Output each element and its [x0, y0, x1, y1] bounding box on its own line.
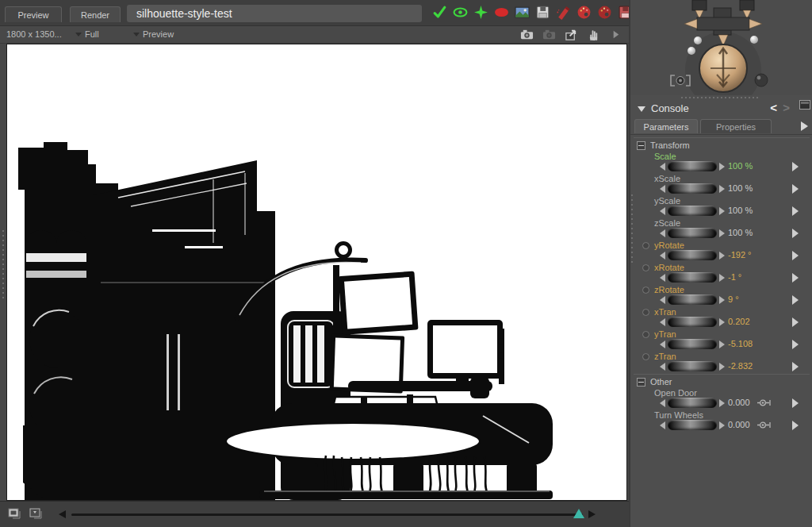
slider-increment-arrow[interactable]	[719, 163, 725, 171]
dial-indicator[interactable]	[642, 309, 649, 316]
slider-increment-arrow[interactable]	[719, 252, 725, 260]
add-star-icon[interactable]	[473, 5, 488, 20]
param-options-arrow[interactable]	[792, 251, 799, 260]
param-value[interactable]: 9 °	[728, 294, 739, 305]
param-options-arrow[interactable]	[792, 340, 799, 349]
slider-track[interactable]	[668, 272, 717, 283]
dial-indicator[interactable]	[642, 264, 649, 271]
param-value[interactable]: 100 %	[728, 161, 753, 171]
slider-decrement-arrow[interactable]	[660, 399, 665, 407]
tab-parameters[interactable]: Parameters	[634, 119, 698, 133]
nav-forward-arrow[interactable]: >	[783, 101, 790, 114]
slider-track[interactable]	[668, 161, 717, 171]
slider-track[interactable]	[668, 250, 717, 260]
param-options-arrow[interactable]	[792, 162, 799, 171]
timeline-right-arrow[interactable]	[588, 510, 596, 518]
slider-track[interactable]	[668, 317, 717, 327]
keyframe-icon[interactable]	[757, 421, 775, 429]
slider-decrement-arrow[interactable]	[660, 318, 665, 326]
param-options-arrow[interactable]	[792, 362, 799, 371]
slider-increment-arrow[interactable]	[719, 207, 725, 215]
confirm-check-icon[interactable]	[432, 5, 447, 20]
slider-track[interactable]	[668, 398, 717, 408]
param-options-arrow[interactable]	[792, 421, 799, 430]
tab-properties[interactable]: Properties	[700, 119, 772, 133]
slider-track[interactable]	[668, 183, 717, 194]
slider-increment-arrow[interactable]	[719, 274, 725, 282]
param-options-arrow[interactable]	[792, 317, 799, 327]
slider-decrement-arrow[interactable]	[660, 363, 665, 371]
dial-indicator[interactable]	[642, 331, 649, 338]
slider-increment-arrow[interactable]	[719, 399, 725, 407]
param-value[interactable]: -192 °	[728, 250, 751, 260]
visibility-eye-icon[interactable]	[453, 5, 468, 20]
slider-increment-arrow[interactable]	[719, 318, 725, 326]
dial-indicator[interactable]	[642, 242, 649, 249]
param-options-arrow[interactable]	[792, 273, 799, 283]
param-value[interactable]: 0.202	[728, 317, 750, 327]
timeline-track[interactable]	[71, 514, 583, 516]
param-options-arrow[interactable]	[792, 295, 799, 305]
camera-globe[interactable]	[699, 44, 747, 92]
param-options-arrow[interactable]	[792, 229, 799, 238]
tabs-overflow-arrow-icon[interactable]	[801, 121, 808, 131]
collapse-box-icon[interactable]	[637, 141, 645, 150]
slider-decrement-arrow[interactable]	[660, 340, 665, 348]
slider-track[interactable]	[668, 339, 717, 349]
snapshot-camera-icon[interactable]	[520, 28, 534, 41]
export-share-icon[interactable]	[565, 28, 578, 41]
nav-back-arrow[interactable]: <	[770, 101, 777, 114]
resolution-label[interactable]: 1800 x 1350...	[6, 29, 62, 39]
dial-indicator[interactable]	[642, 353, 649, 360]
size-mode-dropdown[interactable]: Full	[75, 29, 99, 39]
render-name-input[interactable]: silhouette-style-test	[127, 5, 422, 22]
param-value[interactable]: 0.000	[728, 398, 750, 408]
frame-overlay-alt-icon[interactable]	[29, 508, 44, 520]
tab-render[interactable]: Render	[70, 6, 121, 22]
slider-track[interactable]	[668, 206, 717, 216]
expand-chevron-icon[interactable]	[609, 28, 622, 41]
slider-track[interactable]	[668, 228, 717, 238]
slider-decrement-arrow[interactable]	[660, 207, 665, 215]
palette-alt-icon[interactable]	[597, 5, 612, 20]
tab-preview[interactable]: Preview	[5, 6, 62, 22]
left-resize-handle[interactable]	[0, 44, 6, 501]
slider-decrement-arrow[interactable]	[660, 163, 665, 171]
param-options-arrow[interactable]	[792, 398, 799, 408]
slider-track[interactable]	[668, 294, 717, 305]
red-ellipse-icon[interactable]	[494, 5, 509, 20]
image-icon[interactable]	[515, 5, 530, 20]
param-options-arrow[interactable]	[792, 206, 799, 216]
slider-decrement-arrow[interactable]	[660, 229, 665, 237]
slider-increment-arrow[interactable]	[719, 185, 725, 193]
slider-increment-arrow[interactable]	[719, 229, 725, 237]
param-value[interactable]: -2.832	[728, 361, 753, 371]
slider-track[interactable]	[668, 361, 717, 371]
param-value[interactable]: 100 %	[728, 183, 753, 194]
slider-increment-arrow[interactable]	[719, 421, 725, 429]
pan-hand-icon[interactable]	[587, 28, 600, 41]
param-value[interactable]: 100 %	[728, 206, 753, 216]
param-value[interactable]: 0.000	[728, 420, 750, 430]
slider-track[interactable]	[668, 420, 717, 430]
param-value[interactable]: 100 %	[728, 228, 753, 238]
slider-decrement-arrow[interactable]	[660, 252, 665, 260]
collapse-triangle-icon[interactable]	[638, 106, 645, 112]
slider-decrement-arrow[interactable]	[660, 421, 665, 429]
save-floppy-icon[interactable]	[535, 5, 550, 20]
slider-increment-arrow[interactable]	[719, 363, 725, 371]
timeline-marker[interactable]	[573, 509, 584, 518]
slider-decrement-arrow[interactable]	[660, 296, 665, 304]
param-options-arrow[interactable]	[792, 184, 799, 194]
param-value[interactable]: -1 °	[728, 272, 741, 283]
dock-icon[interactable]	[799, 100, 810, 110]
param-value[interactable]: -5.108	[728, 339, 753, 349]
frame-overlay-icon[interactable]	[8, 508, 22, 520]
slider-decrement-arrow[interactable]	[660, 185, 665, 193]
collapse-box-icon[interactable]	[637, 378, 645, 387]
slider-increment-arrow[interactable]	[719, 340, 725, 348]
paint-airbrush-icon[interactable]	[556, 5, 571, 20]
camera-navigator[interactable]	[630, 0, 812, 95]
palette-icon[interactable]	[576, 5, 592, 20]
dial-indicator[interactable]	[642, 287, 649, 294]
